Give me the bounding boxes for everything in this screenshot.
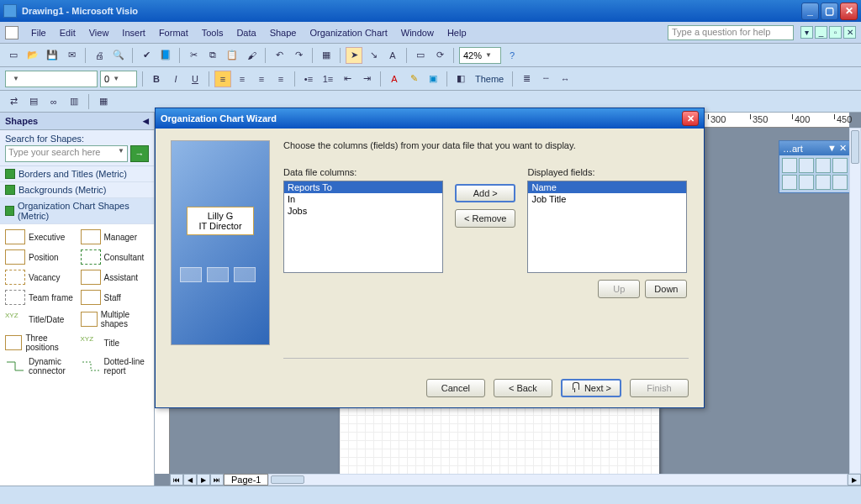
shape-assistant[interactable]: Assistant (79, 268, 151, 286)
list-item[interactable]: In (284, 193, 442, 205)
menu-tools[interactable]: Tools (196, 26, 230, 39)
displayed-fields-listbox[interactable]: Name Job Title (527, 181, 687, 273)
layout-icon[interactable]: ▤ (25, 93, 42, 110)
ft-move-left-icon[interactable] (782, 175, 797, 190)
help-dropdown-icon[interactable]: ▾ (800, 26, 813, 39)
shape-position[interactable]: Position (3, 248, 76, 266)
menu-file[interactable]: File (25, 26, 52, 39)
undo-icon[interactable]: ↶ (271, 47, 288, 64)
shape-vacancy[interactable]: Vacancy (3, 268, 76, 286)
cut-icon[interactable]: ✂ (185, 47, 202, 64)
menu-format[interactable]: Format (153, 26, 194, 39)
shape-multiple-shapes[interactable]: Multiple shapes (79, 308, 151, 330)
theme-label[interactable]: Theme (472, 74, 507, 84)
dialog-close-button[interactable]: ✕ (682, 111, 699, 126)
down-button[interactable]: Down (645, 280, 687, 298)
doc-close-button[interactable]: ✕ (843, 26, 856, 39)
shapes-window-icon[interactable]: ▦ (318, 47, 335, 64)
shape-three-positions[interactable]: Three positions (3, 332, 76, 354)
ft-move-right-icon[interactable] (799, 175, 814, 190)
increase-indent-icon[interactable]: ⇥ (358, 71, 375, 87)
doc-minimize-button[interactable]: _ (815, 26, 827, 39)
new-icon[interactable]: ▭ (5, 47, 22, 64)
add-button[interactable]: Add > (455, 184, 515, 202)
vertical-scrollbar[interactable] (849, 128, 861, 474)
line-weight-icon[interactable]: ≣ (518, 71, 535, 87)
print-icon[interactable]: 🖨 (91, 47, 108, 64)
align-justify-icon[interactable]: ≡ (272, 71, 289, 87)
shape-staff[interactable]: Staff (79, 288, 151, 307)
shape-title-date[interactable]: XYZTitle/Date (3, 308, 76, 330)
insert-data-icon[interactable]: ▥ (66, 93, 82, 110)
shape-dotted-line-report[interactable]: Dotted-line report (79, 355, 151, 377)
data-file-columns-listbox[interactable]: Reports To In Jobs (283, 181, 443, 273)
connect-shapes-icon[interactable]: ⇄ (5, 93, 22, 110)
window-minimize-button[interactable]: _ (801, 3, 819, 20)
connector-tool-icon[interactable]: ↘ (365, 47, 382, 64)
link-icon[interactable]: ∞ (45, 93, 62, 110)
orgchart-floating-toolbar[interactable]: …art▼ ✕ (779, 140, 851, 193)
rotate-icon[interactable]: ⟳ (431, 47, 448, 64)
tab-first-icon[interactable]: ⏮ (170, 474, 183, 486)
remove-button[interactable]: < Remove (455, 209, 515, 228)
shape-dynamic-connector[interactable]: Dynamic connector (3, 355, 76, 377)
font-name-combo[interactable]: ▼ (5, 71, 98, 87)
line-pattern-icon[interactable]: ┄ (537, 71, 554, 87)
bullets-icon[interactable]: •≡ (300, 71, 317, 87)
stencil-backgrounds[interactable]: Backgrounds (Metric) (0, 182, 154, 198)
shape-title[interactable]: XYZTitle (79, 332, 151, 354)
list-item[interactable]: Jobs (284, 205, 442, 217)
theme-icon[interactable]: ◧ (452, 71, 469, 87)
font-color-icon[interactable]: A (386, 71, 403, 87)
font-size-combo[interactable]: 0▼ (100, 71, 137, 87)
spelling-icon[interactable]: ✔ (138, 47, 155, 64)
rectangle-tool-icon[interactable]: ▭ (412, 47, 429, 64)
search-shapes-input[interactable]: Type your search here ▼ (5, 145, 128, 162)
menu-help[interactable]: Help (441, 26, 473, 39)
align-center-icon[interactable]: ≡ (234, 71, 251, 87)
menu-data[interactable]: Data (230, 26, 261, 39)
fill-color-icon[interactable]: ▣ (425, 71, 441, 87)
underline-icon[interactable]: U (187, 71, 203, 87)
save-icon[interactable]: 💾 (44, 47, 61, 64)
search-go-button[interactable]: → (130, 145, 149, 162)
drawing-page[interactable] (340, 407, 659, 482)
italic-icon[interactable]: I (167, 71, 184, 87)
line-ends-icon[interactable]: ↔ (557, 71, 573, 87)
data-graphics-icon[interactable]: ▦ (95, 93, 112, 110)
cancel-button[interactable]: Cancel (426, 379, 485, 397)
ft-import-icon[interactable] (832, 175, 848, 190)
ft-layout-h-icon[interactable] (799, 158, 814, 173)
ft-layout-v-icon[interactable] (816, 158, 831, 173)
stencil-orgchart-shapes[interactable]: Organization Chart Shapes (Metric) (0, 198, 154, 224)
window-restore-button[interactable]: ▢ (821, 3, 838, 20)
shape-executive[interactable]: Executive (3, 228, 76, 246)
bold-icon[interactable]: B (148, 71, 165, 87)
page-tab[interactable]: Page-1 (224, 474, 268, 486)
align-right-icon[interactable]: ≡ (253, 71, 270, 87)
open-icon[interactable]: 📂 (24, 47, 41, 64)
shape-consultant[interactable]: Consultant (79, 248, 151, 266)
mail-icon[interactable]: ✉ (63, 47, 80, 64)
list-item[interactable]: Job Title (528, 193, 686, 205)
numbering-icon[interactable]: 1≡ (320, 71, 336, 87)
doc-restore-button[interactable]: ▫ (829, 26, 842, 39)
zoom-combo[interactable]: 42%▼ (459, 47, 501, 64)
menu-orgchart[interactable]: Organization Chart (304, 26, 393, 39)
tab-prev-icon[interactable]: ◀ (183, 474, 197, 486)
hscroll-right-icon[interactable]: ▶ (848, 474, 861, 486)
format-painter-icon[interactable]: 🖌 (243, 47, 260, 64)
back-button[interactable]: < Back (494, 379, 552, 397)
menu-insert[interactable]: Insert (116, 26, 151, 39)
list-item[interactable]: Name (528, 181, 686, 193)
align-left-icon[interactable]: ≡ (214, 71, 231, 87)
next-button[interactable]: Next > (561, 379, 621, 397)
line-color-icon[interactable]: ✎ (405, 71, 422, 87)
shape-team-frame[interactable]: Team frame (3, 288, 76, 307)
window-close-button[interactable]: ✕ (840, 3, 858, 20)
print-preview-icon[interactable]: 🔍 (110, 47, 127, 64)
pointer-tool-icon[interactable]: ➤ (346, 47, 362, 64)
horizontal-scrollbar[interactable] (268, 474, 848, 486)
shapes-panel-collapse-icon[interactable]: ◀ (143, 117, 149, 125)
copy-icon[interactable]: ⧉ (204, 47, 221, 64)
